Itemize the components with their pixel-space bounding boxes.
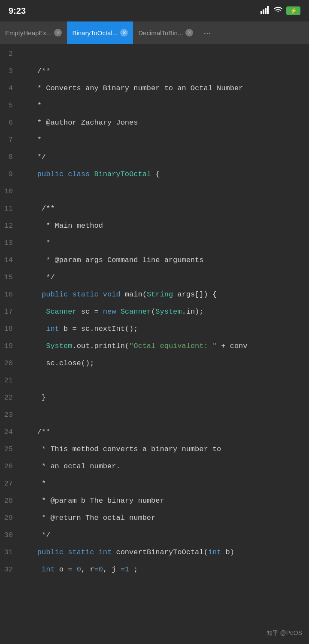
- code-line-24: 24 /**: [0, 424, 309, 441]
- status-bar: 9:23 ⚡: [0, 0, 309, 21]
- code-line-13: 13 *: [0, 235, 309, 252]
- code-line-11: 11 /**: [0, 200, 309, 217]
- code-line-6: 6 * @author Zachary Jones: [0, 114, 309, 131]
- code-line-21: 21: [0, 372, 309, 389]
- code-line-32: 32 int o = 0, r=0, j =1 ;: [0, 561, 309, 578]
- code-line-25: 25 * This method converts a binary numbe…: [0, 441, 309, 458]
- code-line-29: 29 * @return The octal number: [0, 510, 309, 527]
- code-line-27: 27 *: [0, 475, 309, 492]
- code-line-8: 8 */: [0, 149, 309, 166]
- code-line-12: 12 * Main method: [0, 217, 309, 235]
- tab-more-button[interactable]: ···: [198, 28, 216, 38]
- tab-binary-to-octal[interactable]: BinaryToOctal... ✕: [67, 21, 133, 44]
- svg-rect-3: [267, 6, 269, 14]
- svg-rect-1: [263, 9, 264, 14]
- code-line-22: 22 }: [0, 389, 309, 406]
- code-line-20: 20 sc.close();: [0, 355, 309, 372]
- code-editor: 2 3 /** 4 * Converts any Binary number t…: [0, 44, 309, 578]
- code-line-30: 30 */: [0, 527, 309, 544]
- wifi-icon: [273, 6, 283, 16]
- code-line-4: 4 * Converts any Binary number to an Oct…: [0, 80, 309, 97]
- code-line-16: 16 public static void main(String args[]…: [0, 286, 309, 303]
- code-line-3: 3 /**: [0, 63, 309, 80]
- code-line-26: 26 * an octal number.: [0, 458, 309, 475]
- signal-icon: [261, 6, 270, 16]
- code-line-19: 19 System.out.println("Octal equivalent:…: [0, 338, 309, 355]
- battery-icon: ⚡: [286, 6, 300, 15]
- tab-bar: EmptyHeapEx... ✕ BinaryToOctal... ✕ Deci…: [0, 21, 309, 44]
- tab-decimal-to-bin[interactable]: DecimalToBin... ✕: [133, 21, 198, 44]
- code-line-9: 9 public class BinaryToOctal {: [0, 166, 309, 183]
- tab-close-decimal-to-bin[interactable]: ✕: [185, 29, 193, 37]
- code-line-7: 7 *: [0, 131, 309, 149]
- code-line-2: 2: [0, 46, 309, 63]
- tab-label: EmptyHeapEx...: [5, 29, 52, 37]
- tab-close-binary-to-octal[interactable]: ✕: [120, 29, 128, 37]
- code-line-23: 23: [0, 406, 309, 424]
- code-line-31: 31 public static int convertBinaryToOcta…: [0, 544, 309, 561]
- watermark: 知乎 @PeOS: [267, 629, 302, 637]
- tab-close-empty-heap[interactable]: ✕: [54, 29, 62, 37]
- code-line-18: 18 int b = sc.nextInt();: [0, 320, 309, 338]
- status-icons: ⚡: [261, 6, 300, 16]
- svg-rect-2: [265, 8, 267, 14]
- code-line-14: 14 * @param args Command line arguments: [0, 252, 309, 269]
- code-line-17: 17 Scanner sc = new Scanner(System.in);: [0, 303, 309, 320]
- code-line-15: 15 */: [0, 269, 309, 286]
- status-time: 9:23: [9, 6, 26, 16]
- svg-rect-0: [261, 11, 262, 14]
- code-line-10: 10: [0, 183, 309, 200]
- tab-empty-heap[interactable]: EmptyHeapEx... ✕: [0, 21, 67, 44]
- code-line-5: 5 *: [0, 97, 309, 114]
- tab-label: DecimalToBin...: [138, 29, 183, 37]
- tab-label: BinaryToOctal...: [72, 29, 118, 37]
- code-line-28: 28 * @param b The binary number: [0, 492, 309, 510]
